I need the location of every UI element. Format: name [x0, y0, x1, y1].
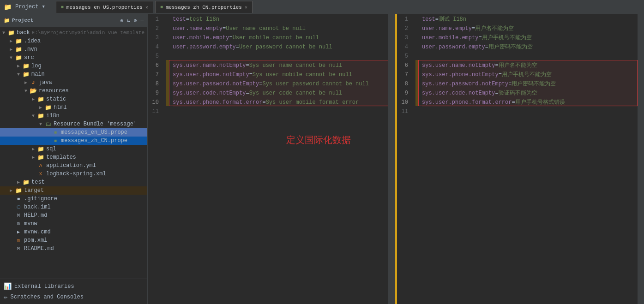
prop-key: sys.user.phone.format.error: [422, 99, 512, 106]
tree-arrow-static[interactable]: [30, 95, 37, 103]
tree-item-i18n[interactable]: 📁 i18n: [0, 112, 147, 120]
tree-label-log: log: [31, 63, 42, 69]
tree-item-logback[interactable]: X logback-spring.xml: [0, 170, 147, 178]
prop-val: 测试 I18n: [439, 16, 466, 23]
tree-arrow-log[interactable]: [15, 62, 22, 70]
tree-item-sql[interactable]: 📁 sql: [0, 145, 147, 153]
tree-item-target[interactable]: 📁 target: [0, 186, 147, 195]
tree-item-messages-zh[interactable]: ■ messages_zh_CN.prope: [0, 137, 147, 145]
tree-item-templates[interactable]: 📁 templates: [0, 153, 147, 161]
tree-arrow-target[interactable]: [7, 187, 15, 194]
code-line: user.name.empty=User name cannot be null: [173, 24, 388, 33]
code-zh[interactable]: test=测试 I18nuser.name.empty=用户名不能为空user.…: [418, 14, 638, 304]
sidebar-minimize-icon[interactable]: ─: [140, 18, 144, 24]
tree-item-back-iml[interactable]: ⬡ back.iml: [0, 203, 147, 211]
tree-arrow-resource-bundle[interactable]: [37, 120, 44, 128]
tree-item-static[interactable]: 📁 static: [0, 95, 147, 103]
folder-icon-test: 📁: [22, 179, 30, 186]
tree-path-back: E:\myProject\myGit\admin-vue-template: [32, 30, 144, 36]
tab-bar: ■ messages_en_US.properties ✕ ■ messages…: [56, 1, 253, 13]
tree-item-pom-xml[interactable]: m pom.xml: [0, 236, 147, 244]
tree-arrow-i18n[interactable]: [30, 112, 37, 119]
tree-item-readme-md[interactable]: M README.md: [0, 244, 147, 253]
tab-en-us[interactable]: ■ messages_en_US.properties ✕: [56, 1, 153, 13]
prop-val: 用户手机号格式错误: [515, 99, 565, 106]
tab-zh-cn[interactable]: ■ messages_zh_CN.properties ✕: [155, 1, 253, 13]
project-dropdown-arrow[interactable]: ▼: [42, 5, 44, 9]
line-number: 1: [148, 15, 163, 24]
title-bar: 📁 Project ▼ ■ messages_en_US.properties …: [0, 0, 644, 14]
sidebar-add-icon[interactable]: ⊕: [120, 18, 124, 24]
tree-label-help-md: HELP.md: [24, 212, 47, 219]
tree-arrow-html[interactable]: [37, 104, 44, 111]
tree-item-application-yml[interactable]: A application.yml: [0, 161, 147, 170]
tree-leaf-readme-md: [7, 245, 15, 252]
tree-leaf-mvnw-cmd: [7, 228, 15, 236]
prop-val: User mobile cannot be null: [233, 35, 319, 41]
project-label[interactable]: Project: [15, 4, 38, 10]
tree-label-messages-zh: messages_zh_CN.prope: [61, 137, 127, 144]
line-number: 10: [397, 98, 412, 107]
tree-arrow-src[interactable]: [7, 54, 15, 61]
tree-item-mvn[interactable]: 📁 .mvn: [0, 45, 147, 54]
sidebar-scratches[interactable]: ✏️ Scratches and Consoles: [0, 292, 147, 302]
tree-item-main[interactable]: 📁 main: [0, 70, 147, 78]
tree-arrow-resources[interactable]: [22, 87, 30, 95]
tree-arrow-test[interactable]: [15, 179, 22, 186]
scroll-gutter-en[interactable]: [388, 14, 395, 304]
tree-arrow-java[interactable]: [22, 79, 30, 86]
tree-item-resource-bundle[interactable]: 🗂 Resource Bundle 'message': [0, 120, 147, 128]
md-icon-help: M: [15, 212, 22, 219]
tree-item-mvnw-cmd[interactable]: ▶ mvnw.cmd: [0, 228, 147, 236]
tree-item-idea[interactable]: 📁 .idea: [0, 37, 147, 45]
tree-item-gitignore[interactable]: ◼ .gitignore: [0, 195, 147, 203]
prop-val: Sys user name cannot be null: [249, 62, 343, 69]
tree-item-resources[interactable]: 📂 resources: [0, 87, 147, 95]
tree-arrow-main[interactable]: [15, 71, 22, 78]
sidebar-layout-icon[interactable]: ⇆: [127, 18, 130, 24]
code-line: user.password.empty=User password cannot…: [173, 42, 388, 52]
tab-en-close[interactable]: ✕: [145, 5, 148, 10]
tree-item-log[interactable]: 📁 log: [0, 62, 147, 70]
scratches-icon: ✏️: [4, 293, 7, 301]
prop-key: sys.user.code.notEmpty: [173, 90, 246, 96]
tree-arrow-leaf-zh: [44, 137, 52, 144]
editors-container: 1234567891011 test=test I18nuser.name.em…: [148, 14, 644, 304]
line-number: 7: [148, 70, 163, 79]
editor-content-zh[interactable]: 1234567891011 test=测试 I18nuser.name.empt…: [397, 14, 644, 304]
tree-item-mvnw[interactable]: m mvnw: [0, 220, 147, 228]
tree-label-i18n: i18n: [46, 113, 60, 119]
tree-item-java[interactable]: J java: [0, 78, 147, 87]
code-line: sys.user.name.notEmpty=Sys user name can…: [173, 61, 388, 70]
code-line: sys.user.password.notEmpty=用户密码不能为空: [422, 79, 638, 89]
sidebar-settings-icon[interactable]: ⚙: [134, 18, 137, 24]
tree-arrow-templates[interactable]: [30, 154, 37, 161]
tree-arrow-sql[interactable]: [30, 145, 37, 153]
library-icon: 📊: [4, 282, 12, 290]
editor-content-en[interactable]: 1234567891011 test=test I18nuser.name.em…: [148, 14, 395, 304]
tree-item-messages-en[interactable]: ■ messages_en_US.prope: [0, 128, 147, 137]
scroll-gutter-zh[interactable]: [638, 14, 644, 304]
gitignore-icon: ◼: [15, 195, 22, 203]
code-line: sys.user.code.notEmpty=验证码不能为空: [422, 89, 638, 98]
tree-item-help-md[interactable]: M HELP.md: [0, 211, 147, 220]
prop-eq: =: [246, 62, 249, 69]
tree-arrow-mvn[interactable]: [7, 46, 15, 53]
properties-icon-en: ■: [52, 129, 59, 136]
prop-key: test: [422, 16, 435, 23]
prop-eq: =: [478, 35, 481, 41]
folder-icon-log: 📁: [22, 62, 30, 70]
tree-item-html[interactable]: 📁 html: [0, 103, 147, 112]
tab-zh-close[interactable]: ✕: [245, 5, 247, 10]
code-en[interactable]: test=test I18nuser.name.empty=User name …: [169, 14, 388, 304]
line-number: 9: [148, 89, 163, 98]
tree-item-test[interactable]: 📁 test: [0, 178, 147, 186]
tree-item-src[interactable]: 📁 src: [0, 54, 147, 62]
tree-arrow-back[interactable]: [0, 29, 7, 36]
sidebar-project-icon: 📁: [4, 18, 10, 24]
sidebar-external-libraries[interactable]: 📊 External Libraries: [0, 281, 147, 292]
tree-arrow-idea[interactable]: [7, 37, 15, 45]
code-line: sys.user.code.notEmpty=Sys user code can…: [173, 89, 388, 98]
folder-icon-templates: 📁: [37, 154, 44, 161]
tree-item-back[interactable]: 📁 back E:\myProject\myGit\admin-vue-temp…: [0, 29, 147, 37]
